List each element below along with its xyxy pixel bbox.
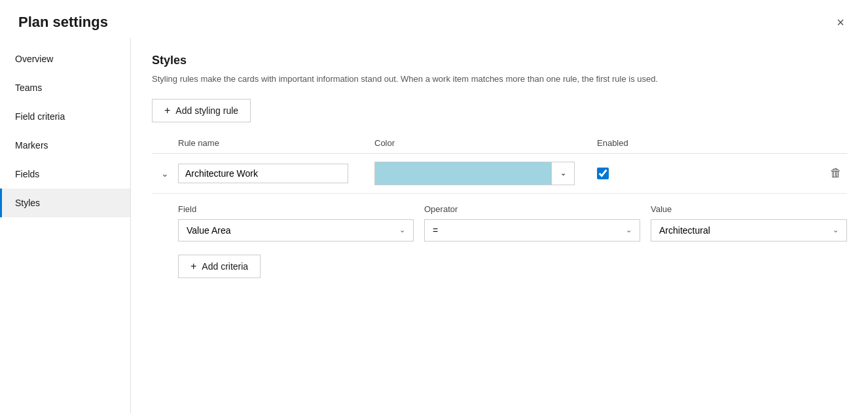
header: Plan settings ×: [0, 0, 868, 38]
operator-dropdown[interactable]: = ⌄: [424, 219, 640, 242]
color-swatch[interactable]: [374, 162, 551, 185]
add-styling-rule-button[interactable]: + Add styling rule: [152, 99, 251, 122]
criteria-row: Value Area ⌄ = ⌄ Architectural ⌄: [178, 219, 847, 242]
criteria-col-value: Value: [651, 204, 847, 214]
criteria-header: Field Operator Value: [178, 204, 847, 214]
value-dropdown-arrow: ⌄: [833, 226, 839, 234]
checkbox-wrapper: [597, 168, 702, 179]
page-container: Plan settings × Overview Teams Field cri…: [0, 0, 868, 413]
plus-icon-criteria: +: [190, 260, 196, 272]
delete-rule-button[interactable]: 🗑: [825, 164, 847, 183]
sidebar: Overview Teams Field criteria Markers Fi…: [0, 38, 131, 413]
section-desc: Styling rules make the cards with import…: [152, 73, 741, 86]
color-picker-wrapper: ⌄: [374, 162, 584, 185]
rule-name-input[interactable]: [178, 164, 348, 183]
content-area: Styles Styling rules make the cards with…: [131, 38, 868, 413]
enabled-checkbox[interactable]: [597, 168, 609, 179]
col-header-color: Color: [374, 138, 597, 148]
field-dropdown-value: Value Area: [187, 225, 230, 236]
criteria-col-field: Field: [178, 204, 414, 214]
section-title: Styles: [152, 54, 847, 67]
page-title: Plan settings: [18, 14, 108, 31]
main-layout: Overview Teams Field criteria Markers Fi…: [0, 38, 868, 413]
chevron-down-icon: ⌄: [560, 169, 566, 177]
sidebar-item-fields[interactable]: Fields: [0, 160, 130, 189]
criteria-col-operator: Operator: [424, 204, 640, 214]
sidebar-item-styles[interactable]: Styles: [0, 189, 130, 217]
col-header-enabled: Enabled: [597, 138, 702, 148]
field-dropdown-arrow: ⌄: [399, 226, 405, 234]
add-criteria-button[interactable]: + Add criteria: [178, 255, 261, 278]
table-row: ⌄ ⌄ 🗑: [152, 154, 847, 194]
value-dropdown[interactable]: Architectural ⌄: [651, 219, 847, 242]
operator-dropdown-value: =: [433, 225, 438, 236]
expand-rule-button[interactable]: ⌄: [152, 167, 178, 180]
plus-icon: +: [164, 105, 170, 117]
sidebar-item-field-criteria[interactable]: Field criteria: [0, 102, 130, 131]
field-dropdown[interactable]: Value Area ⌄: [178, 219, 414, 242]
close-button[interactable]: ×: [831, 13, 850, 31]
col-header-rule-name: Rule name: [178, 138, 374, 148]
sidebar-item-markers[interactable]: Markers: [0, 131, 130, 160]
operator-dropdown-arrow: ⌄: [626, 226, 632, 234]
criteria-section: Field Operator Value Value Area ⌄ = ⌄ Ar…: [152, 204, 847, 278]
color-dropdown-button[interactable]: ⌄: [551, 162, 575, 185]
table-header: Rule name Color Enabled: [152, 138, 847, 154]
sidebar-item-teams[interactable]: Teams: [0, 73, 130, 102]
value-dropdown-value: Architectural: [659, 225, 710, 236]
sidebar-item-overview[interactable]: Overview: [0, 45, 130, 73]
